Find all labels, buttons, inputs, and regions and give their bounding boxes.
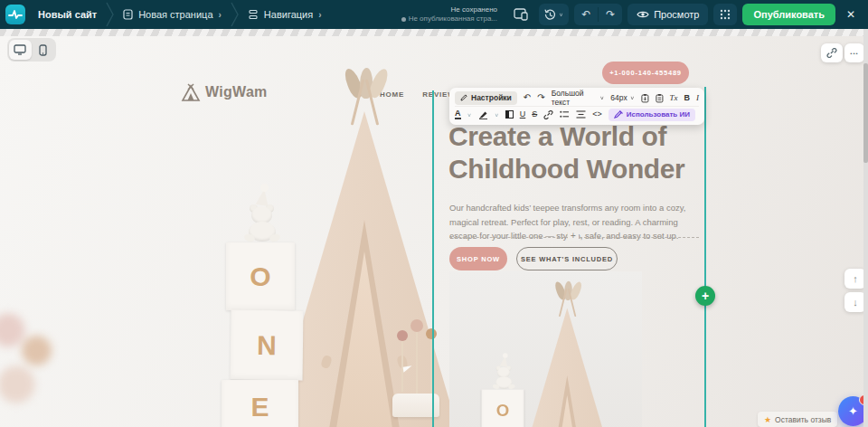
breadcrumb-block[interactable]: Навигация › [242, 9, 327, 20]
app-logo[interactable] [5, 5, 25, 24]
underline-button[interactable]: U [520, 110, 526, 119]
phone-button[interactable]: +1-000-140-455489 [602, 62, 689, 84]
chevron-down-icon: ∨ [599, 95, 604, 100]
breadcrumb-site[interactable]: Новый сайт [33, 9, 102, 20]
cta-row: SHOP NOW SEE WHAT’S INCLUDED [449, 247, 618, 270]
feedback-button[interactable]: ★ Оставить отзыв [758, 412, 837, 427]
chevron-down-icon: ∨ [630, 95, 635, 100]
pencil-icon [460, 94, 467, 101]
ai-pen-icon [614, 110, 623, 119]
close-button[interactable]: ✕ [841, 8, 861, 21]
cake-pop [401, 339, 403, 392]
clear-format-button[interactable]: Tx [670, 94, 678, 102]
editor-canvas: WigWam HOME REVIEWS FAQ GALLERY CONTACTS… [0, 29, 868, 427]
align-center-icon[interactable] [576, 110, 586, 119]
block-letter: O [250, 261, 270, 292]
block-name-label: Навигация [264, 9, 313, 20]
preview-button[interactable]: Просмотр [627, 4, 708, 25]
undo-redo-group: ↶ ↷ [574, 4, 622, 25]
bullet-list-icon[interactable] [560, 110, 570, 119]
editor-redo-button[interactable]: ↷ [537, 93, 544, 102]
breadcrumb-page[interactable]: Новая страница › [118, 9, 227, 20]
strikethrough-button[interactable]: S [532, 110, 537, 119]
mobile-icon [39, 44, 47, 56]
apps-button[interactable] [713, 4, 737, 25]
desktop-view-button[interactable] [9, 40, 32, 60]
hero-heading[interactable]: Create a World of Childhood Wonder [448, 120, 712, 185]
undo-button[interactable]: ↶ [574, 4, 598, 25]
mobile-view-button[interactable] [33, 40, 55, 60]
page-name-label: Новая страница [138, 9, 212, 20]
sparkle-icon: ✦ [848, 404, 858, 418]
settings-button[interactable]: Настройки [455, 91, 517, 105]
letter-block: E [222, 380, 298, 427]
history-icon [544, 9, 556, 21]
desktop-icon [14, 44, 26, 55]
decor-pampas [0, 303, 65, 427]
text-color-button[interactable]: A [455, 109, 461, 119]
fill-color-icon[interactable] [505, 110, 514, 119]
chevron-down-icon[interactable]: ∨ [495, 111, 499, 117]
font-size-dropdown[interactable]: 64px ∨ [610, 93, 635, 102]
layers-icon [248, 9, 259, 20]
pulse-icon [8, 8, 23, 21]
save-status-text: Не сохранено [401, 5, 497, 14]
block-expand-arrow[interactable]: › [318, 10, 321, 20]
letter-block: O [226, 242, 295, 310]
breadcrumb-separator-icon [106, 2, 114, 27]
scrollbar[interactable] [863, 29, 868, 427]
hero-photo: O N E [215, 84, 468, 427]
scrollbar-thumb[interactable] [863, 63, 868, 163]
settings-label: Настройки [471, 93, 512, 102]
text-editor-toolbar: Настройки ↶ ↷ Большой текст ∨ 64px ∨ Tx [449, 88, 704, 125]
code-button[interactable]: <> [592, 110, 602, 119]
text-style-value: Большой текст [552, 89, 598, 107]
chevron-down-icon[interactable]: ∨ [467, 111, 472, 117]
history-button[interactable]: ∨ [539, 4, 569, 25]
redo-button[interactable]: ↷ [599, 4, 622, 25]
block-more-button[interactable]: ••• [844, 43, 864, 62]
selection-border-right [704, 87, 706, 427]
link-icon [826, 48, 837, 58]
hidden-zone-stripes [0, 29, 868, 36]
editor-undo-button[interactable]: ↶ [524, 93, 531, 102]
image-scene: O N E [475, 291, 632, 427]
star-icon: ★ [764, 415, 771, 424]
add-block-button[interactable]: + [695, 286, 715, 306]
eye-icon [637, 10, 649, 19]
publish-status-dot [401, 17, 406, 22]
italic-button[interactable]: I [696, 94, 699, 102]
responsive-view-button[interactable] [508, 4, 533, 25]
text-style-dropdown[interactable]: Большой текст ∨ [552, 89, 605, 107]
block-letter: E [250, 392, 269, 422]
letter-block: N [231, 310, 304, 381]
breadcrumb: Новый сайт Новая страница › Навигация › [5, 0, 327, 29]
publish-button[interactable]: Опубликовать [742, 4, 835, 25]
content-image-block[interactable]: O N E [449, 271, 642, 427]
block-letter: N [257, 329, 277, 360]
shop-now-button[interactable]: SHOP NOW [449, 247, 507, 270]
highlight-pen-icon[interactable] [478, 110, 488, 119]
block-letter: O [496, 401, 509, 420]
block-link-button[interactable] [821, 43, 843, 62]
page-icon [123, 9, 133, 20]
breadcrumb-separator-icon [231, 2, 239, 27]
cake-pop [416, 330, 418, 394]
toolbar-row-2: A ∨ ∨ U S <> Использовать ИИ [455, 106, 699, 122]
page-expand-arrow[interactable]: › [219, 10, 222, 20]
editor-window: Новый сайт Новая страница › Навигация › … [0, 0, 868, 427]
copy-icon[interactable] [656, 93, 664, 103]
paste-icon[interactable] [641, 93, 649, 103]
bold-button[interactable]: B [684, 94, 691, 102]
toolbar-row-1: Настройки ↶ ↷ Большой текст ∨ 64px ∨ Tx [455, 90, 699, 106]
publish-status-text: Не опубликованная стра... [409, 14, 497, 24]
site-name-label: Новый сайт [38, 9, 97, 20]
see-whats-included-button[interactable]: SEE WHAT’S INCLUDED [516, 247, 618, 270]
devices-icon [514, 8, 528, 21]
link-icon[interactable] [543, 110, 553, 119]
preview-label: Просмотр [654, 9, 699, 20]
use-ai-label: Использовать ИИ [627, 110, 690, 119]
add-element-plus-icon[interactable]: + [568, 231, 579, 241]
use-ai-button[interactable]: Использовать ИИ [609, 109, 695, 121]
font-size-value: 64px [610, 93, 627, 102]
